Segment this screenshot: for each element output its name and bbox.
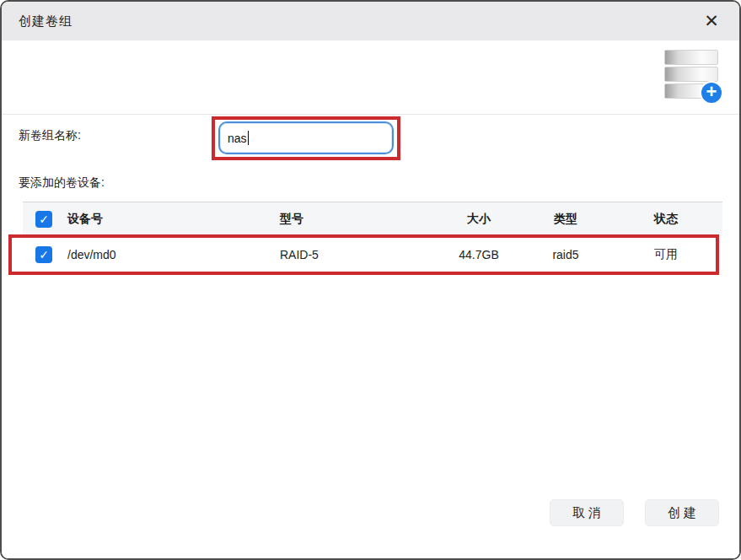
- cancel-button[interactable]: 取消: [550, 499, 624, 526]
- create-volume-group-dialog: 创建卷组 ✕ + 新卷组名称: nas 要添加的卷设备: ✓ 设备号: [0, 0, 741, 560]
- devices-table: ✓ 设备号 型号 大小 类型 状态 ✓ /dev/md0 RAID-5 44.7…: [23, 202, 722, 274]
- text-caret: [248, 131, 249, 145]
- row-checkbox[interactable]: ✓: [35, 246, 52, 263]
- add-volume-group-icon: +: [664, 50, 718, 102]
- create-button[interactable]: 创建: [645, 499, 719, 526]
- close-icon[interactable]: ✕: [697, 2, 726, 40]
- check-icon: ✓: [39, 248, 49, 261]
- volume-group-name-label: 新卷组名称:: [19, 128, 81, 143]
- table-row[interactable]: ✓ /dev/md0 RAID-5 44.7GB raid5 可用: [23, 235, 722, 274]
- disk-platter: [664, 67, 718, 82]
- row-check-cell: ✓: [35, 235, 56, 274]
- select-all-checkbox[interactable]: ✓: [35, 211, 52, 228]
- column-header-device[interactable]: 设备号: [67, 202, 244, 235]
- cell-status: 可用: [647, 235, 685, 274]
- column-header-model[interactable]: 型号: [280, 202, 415, 235]
- cell-size: 44.7GB: [448, 235, 509, 274]
- cell-device: /dev/md0: [67, 235, 244, 274]
- column-header-size[interactable]: 大小: [448, 202, 509, 235]
- cell-type: raid5: [547, 235, 584, 274]
- dialog-body: + 新卷组名称: nas 要添加的卷设备: ✓ 设备号 型号 大小 类型 状态: [2, 40, 739, 558]
- dialog-titlebar: 创建卷组 ✕: [2, 2, 739, 40]
- header-check-cell: ✓: [35, 202, 56, 235]
- dialog-title: 创建卷组: [19, 13, 72, 30]
- volume-group-name-input[interactable]: nas: [218, 121, 394, 154]
- disk-platter: [664, 50, 718, 65]
- table-header-row: ✓ 设备号 型号 大小 类型 状态: [23, 202, 722, 235]
- column-header-status[interactable]: 状态: [647, 202, 685, 235]
- volume-devices-label: 要添加的卷设备:: [19, 175, 105, 191]
- cell-model: RAID-5: [280, 235, 415, 274]
- column-header-type[interactable]: 类型: [547, 202, 584, 235]
- plus-icon: +: [700, 81, 723, 105]
- header-divider: [2, 114, 739, 115]
- check-icon: ✓: [39, 213, 49, 226]
- input-value: nas: [228, 132, 247, 145]
